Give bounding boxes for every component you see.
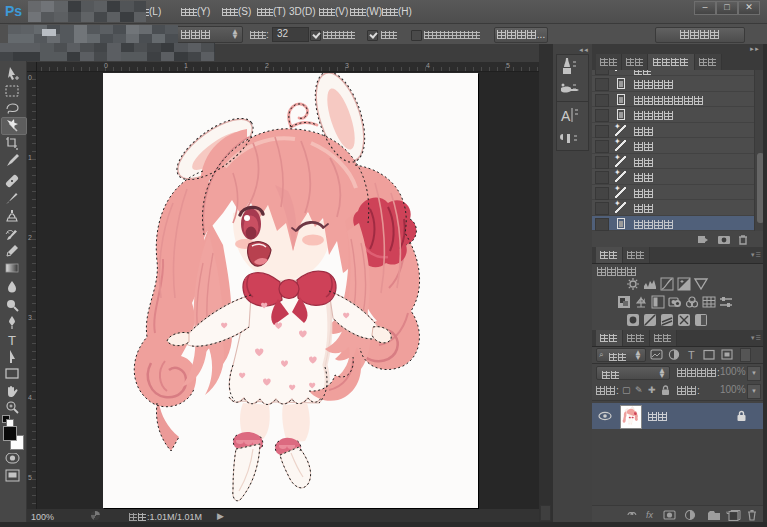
svg-text:T: T — [8, 333, 16, 348]
svg-text:fx: fx — [646, 510, 654, 520]
svg-text:T: T — [688, 349, 695, 361]
svg-text:A: A — [561, 108, 571, 124]
